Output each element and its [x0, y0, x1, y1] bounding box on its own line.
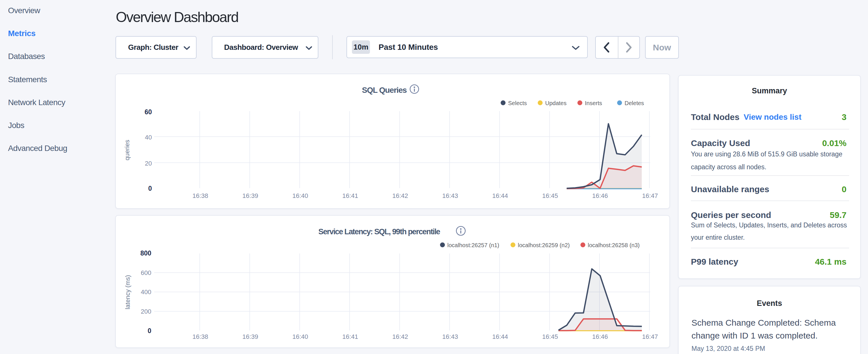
svg-text:16:46: 16:46 — [592, 192, 608, 199]
svg-text:Deletes: Deletes — [625, 100, 644, 106]
svg-text:20: 20 — [145, 160, 152, 167]
svg-text:16:46: 16:46 — [592, 333, 608, 340]
svg-text:Updates: Updates — [545, 100, 567, 106]
svg-text:16:38: 16:38 — [192, 192, 208, 199]
svg-text:Selects: Selects — [508, 100, 527, 106]
svg-text:40: 40 — [145, 134, 152, 141]
svg-text:16:45: 16:45 — [542, 192, 558, 199]
svg-text:16:38: 16:38 — [192, 333, 208, 340]
svg-text:600: 600 — [141, 269, 151, 277]
svg-text:16:41: 16:41 — [342, 333, 358, 340]
svg-text:16:43: 16:43 — [442, 333, 458, 340]
svg-text:16:42: 16:42 — [392, 192, 408, 199]
svg-text:localhost:26259 (n2): localhost:26259 (n2) — [518, 242, 570, 248]
svg-text:16:39: 16:39 — [242, 333, 258, 340]
svg-text:16:44: 16:44 — [492, 192, 508, 199]
svg-text:Inserts: Inserts — [585, 100, 602, 106]
svg-text:localhost:26257 (n1): localhost:26257 (n1) — [447, 242, 499, 248]
svg-text:800: 800 — [141, 250, 151, 257]
svg-text:0: 0 — [148, 185, 152, 192]
svg-text:200: 200 — [141, 308, 151, 315]
svg-text:16:43: 16:43 — [442, 192, 458, 199]
svg-text:16:40: 16:40 — [292, 333, 308, 340]
svg-text:localhost:26258 (n3): localhost:26258 (n3) — [588, 242, 640, 248]
svg-text:16:41: 16:41 — [342, 192, 358, 199]
svg-text:latency (ms): latency (ms) — [124, 275, 131, 309]
svg-text:queries: queries — [124, 140, 131, 160]
svg-text:16:42: 16:42 — [392, 333, 408, 340]
svg-text:Service Latency: SQL, 99th per: Service Latency: SQL, 99th percentile — [318, 227, 440, 236]
svg-text:60: 60 — [145, 108, 152, 116]
svg-text:16:39: 16:39 — [242, 192, 258, 199]
svg-text:16:47: 16:47 — [642, 192, 658, 199]
svg-text:16:40: 16:40 — [292, 192, 308, 199]
svg-text:SQL Queries: SQL Queries — [362, 86, 407, 95]
svg-text:16:45: 16:45 — [542, 333, 558, 340]
svg-text:0: 0 — [148, 327, 151, 334]
svg-text:16:44: 16:44 — [492, 333, 508, 340]
svg-text:16:47: 16:47 — [642, 333, 658, 340]
svg-text:400: 400 — [141, 288, 151, 296]
